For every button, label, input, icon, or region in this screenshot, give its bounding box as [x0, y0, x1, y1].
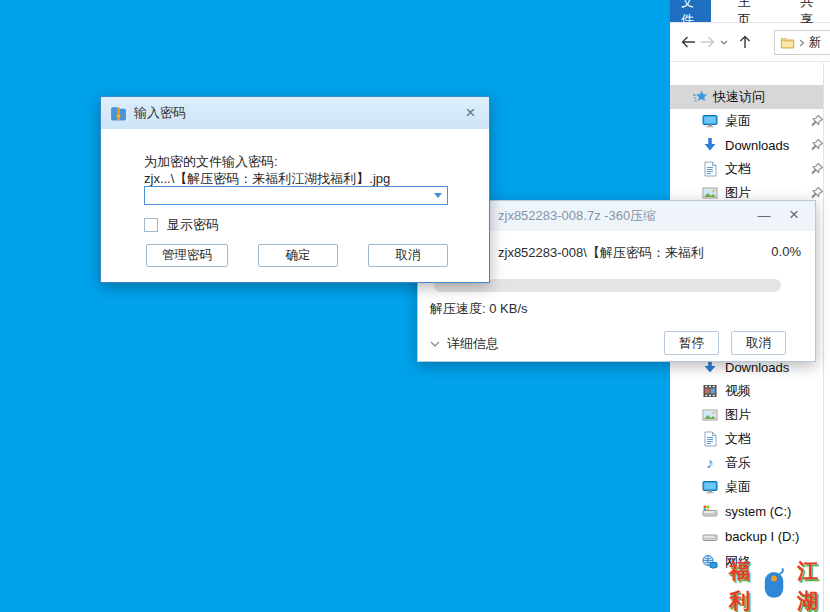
nav-pane-divider[interactable] [823, 63, 824, 612]
sidebar-item-label: Downloads [725, 138, 810, 153]
windows-drive-icon [702, 504, 718, 520]
desktop: 文件 主页 共享 新 [0, 0, 830, 612]
ok-button[interactable]: 确定 [258, 244, 338, 267]
breadcrumb-chevron-icon [799, 39, 805, 47]
pin-icon [810, 114, 824, 128]
sidebar-item-videos[interactable]: 视频 [670, 379, 830, 403]
documents-icon [702, 431, 718, 447]
pin-icon [810, 162, 824, 176]
tab-file[interactable]: 文件 [670, 0, 711, 22]
progress-percent: 0.0% [771, 244, 801, 262]
sidebar-item-label: system (C:) [725, 504, 830, 519]
zip-archive-icon [110, 105, 127, 122]
forward-button[interactable] [698, 30, 718, 54]
sidebar-item-drive-c[interactable]: system (C:) [670, 499, 830, 524]
sidebar-item-label: 桌面 [725, 478, 830, 496]
back-arrow-icon [680, 36, 696, 48]
show-password-label: 显示密码 [167, 216, 219, 234]
ribbon-tabs: 文件 主页 共享 [670, 0, 830, 23]
history-dropdown-button[interactable] [718, 30, 730, 54]
combobox-dropdown-button[interactable] [429, 187, 447, 204]
sidebar-item-music[interactable]: ♪ 音乐 [670, 451, 830, 475]
folder-icon [780, 36, 795, 50]
sidebar-item-quick-access[interactable]: 快速访问 [670, 85, 823, 109]
downloads-icon [702, 137, 718, 153]
watermark-text-right: 江湖 [787, 556, 829, 612]
sidebar-item-drive-d[interactable]: backup I (D:) [670, 524, 830, 549]
sidebar-item-label: 文档 [725, 160, 810, 178]
show-password-checkbox[interactable] [144, 218, 158, 232]
password-combobox [144, 186, 448, 205]
videos-icon [702, 383, 718, 399]
drive-icon [702, 529, 718, 545]
minimize-button[interactable]: — [753, 204, 775, 226]
pause-button[interactable]: 暂停 [664, 331, 719, 355]
sidebar-item-label: 视频 [725, 382, 830, 400]
details-label: 详细信息 [447, 335, 499, 353]
up-button[interactable] [734, 30, 756, 54]
dropdown-arrow-icon [434, 193, 442, 198]
sidebar-item-pictures-pc[interactable]: 图片 [670, 403, 830, 427]
sidebar-item-documents[interactable]: 文档 [670, 157, 830, 181]
sidebar-item-label: 桌面 [725, 112, 810, 130]
watermark: 福利 江湖 fulijianghu.com [719, 556, 829, 612]
cancel-button[interactable]: 取消 [368, 244, 448, 267]
sidebar-item-label: 音乐 [725, 454, 830, 472]
navigation-toolbar: 新 [670, 23, 830, 62]
back-button[interactable] [678, 30, 698, 54]
desktop-icon [702, 479, 718, 495]
extracting-filename: zjx852283-008\【解压密码：来福利 [498, 244, 704, 262]
up-arrow-icon [739, 35, 751, 49]
documents-icon [702, 161, 718, 177]
details-toggle[interactable]: 详细信息 [430, 335, 499, 353]
extraction-speed: 解压速度: 0 KB/s [430, 300, 528, 318]
watermark-text-left: 福利 [719, 556, 761, 612]
sidebar-item-desktop-pc[interactable]: 桌面 [670, 475, 830, 499]
sidebar-item-desktop[interactable]: 桌面 [670, 109, 830, 133]
address-path-segment[interactable]: 新 [809, 34, 822, 51]
pictures-icon [702, 185, 718, 201]
pin-icon [810, 186, 824, 200]
chevron-down-icon [430, 341, 440, 347]
quick-access-star-icon [692, 89, 708, 105]
sidebar-item-label: 快速访问 [713, 88, 765, 106]
password-dialog-title: 输入密码 [134, 104, 186, 122]
forward-arrow-icon [700, 36, 716, 48]
manage-passwords-button[interactable]: 管理密码 [146, 244, 228, 267]
chevron-down-icon [720, 40, 728, 45]
tab-home[interactable]: 主页 [727, 0, 768, 22]
sidebar-item-label: 文档 [725, 430, 830, 448]
sidebar-item-documents-pc[interactable]: 文档 [670, 427, 830, 451]
password-dialog: 输入密码 × 为加密的文件输入密码: zjx...\【解压密码：来福利江湖找福利… [100, 96, 490, 283]
pictures-icon [702, 407, 718, 423]
close-icon[interactable]: × [460, 102, 481, 123]
progress-dialog-title: zjx852283-008.7z -360压缩 [498, 207, 656, 225]
cancel-button[interactable]: 取消 [731, 331, 786, 355]
network-icon [702, 554, 718, 570]
pin-icon [810, 138, 824, 152]
close-icon[interactable]: × [783, 204, 805, 226]
tab-share[interactable]: 共享 [789, 0, 830, 22]
address-bar[interactable]: 新 [774, 30, 830, 55]
password-prompt: 为加密的文件输入密码: [144, 153, 278, 171]
desktop-icon [702, 113, 718, 129]
sidebar-item-label: 图片 [725, 406, 830, 424]
sidebar-item-downloads[interactable]: Downloads [670, 133, 830, 157]
password-input[interactable] [145, 187, 429, 204]
music-icon: ♪ [702, 455, 718, 471]
mouse-icon [762, 568, 786, 600]
password-dialog-titlebar[interactable]: 输入密码 × [101, 97, 489, 129]
sidebar-item-label: backup I (D:) [725, 529, 830, 544]
